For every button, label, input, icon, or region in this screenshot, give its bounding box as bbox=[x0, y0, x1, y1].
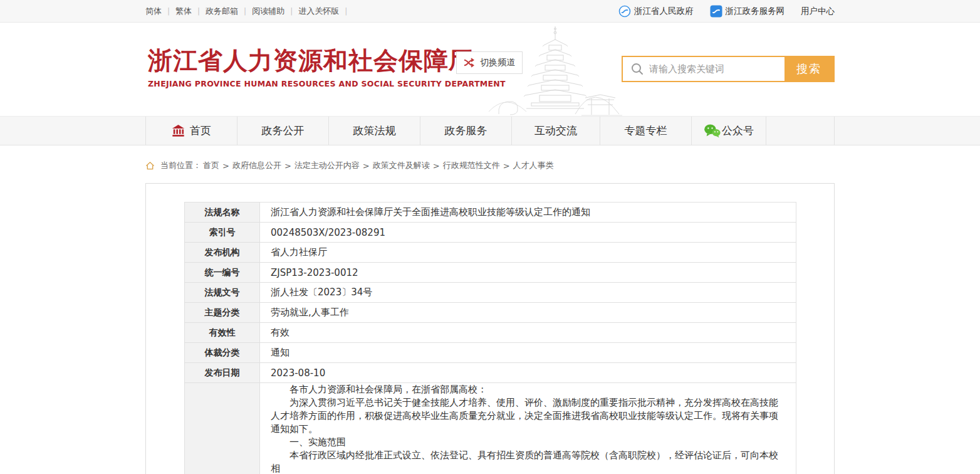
nav-item-policies-regulations[interactable]: 政策法规 bbox=[329, 117, 420, 145]
table-row: 有效性 有效 bbox=[185, 323, 796, 343]
nav-item-special-topics[interactable]: 专题专栏 bbox=[600, 117, 692, 145]
body-paragraph: 本省行政区域内经批准正式设立、依法登记、具有招生资质的普通高等院校（含高职院校）… bbox=[271, 449, 785, 474]
field-value: 2023-08-10 bbox=[260, 363, 796, 383]
nav-item-interaction[interactable]: 互动交流 bbox=[512, 117, 600, 145]
zhejiang-gov-circle-icon bbox=[618, 5, 631, 18]
switch-channel-button[interactable]: 切换频道 bbox=[456, 51, 523, 74]
site-logo[interactable]: 浙江省人力资源和社会保障厅 ZHEJIANG PROVINCE HUMAN RE… bbox=[148, 46, 506, 88]
shuffle-icon bbox=[464, 58, 476, 68]
field-value: 省人力社保厅 bbox=[260, 243, 796, 263]
crumb-policy-documents[interactable]: 政策文件及解读 bbox=[373, 160, 430, 171]
link-traditional[interactable]: 繁体 bbox=[175, 6, 192, 17]
field-label: 法规文号 bbox=[185, 283, 260, 303]
field-value: 通知 bbox=[260, 343, 796, 363]
nav-item-wechat-account[interactable]: 公众号 bbox=[692, 117, 766, 145]
site-title-chinese: 浙江省人力资源和社会保障厅 bbox=[148, 46, 506, 74]
body-paragraph: 为深入贯彻习近平总书记关于健全技能人才培养、使用、评价、激励制度的重要指示批示精… bbox=[271, 396, 785, 436]
field-label: 有效性 bbox=[185, 323, 260, 343]
field-label: 发布机构 bbox=[185, 243, 260, 263]
field-value: 有效 bbox=[260, 323, 796, 343]
table-row-body: 各市人力资源和社会保障局，在浙省部属高校： 为深入贯彻习近平总书记关于健全技能人… bbox=[185, 383, 796, 474]
field-value: 浙江省人力资源和社会保障厅关于全面推进高校职业技能等级认定工作的通知 bbox=[260, 203, 796, 223]
field-label: 发布日期 bbox=[185, 363, 260, 383]
document-body: 各市人力资源和社会保障局，在浙省部属高校： 为深入贯彻习近平总书记关于健全技能人… bbox=[260, 383, 796, 474]
search-box: 搜索 bbox=[622, 56, 835, 82]
top-links: 简体| 繁体| 政务邮箱| 阅读辅助| 进入关怀版| bbox=[145, 6, 353, 17]
table-row: 法规名称 浙江省人力资源和社会保障厅关于全面推进高校职业技能等级认定工作的通知 bbox=[185, 203, 796, 223]
link-user-center[interactable]: 用户中心 bbox=[801, 6, 835, 17]
crumb-info-disclosure[interactable]: 政府信息公开 bbox=[232, 160, 281, 171]
breadcrumb: 当前位置： 首页> 政府信息公开> 法定主动公开内容> 政策文件及解读> 行政规… bbox=[0, 160, 980, 171]
crumb-normative-documents[interactable]: 行政规范性文件 bbox=[443, 160, 500, 171]
government-building-icon bbox=[172, 124, 185, 137]
empty-label-cell bbox=[185, 383, 260, 474]
link-care-version[interactable]: 进入关怀版 bbox=[298, 6, 339, 17]
breadcrumb-prefix: 当前位置： bbox=[160, 160, 201, 171]
wechat-icon bbox=[704, 124, 721, 138]
link-reading-aid[interactable]: 阅读辅助 bbox=[252, 6, 284, 17]
field-label: 法规名称 bbox=[185, 203, 260, 223]
link-zhejiang-gov-portal[interactable]: 浙江省人民政府 bbox=[618, 5, 694, 18]
top-utility-bar: 简体| 繁体| 政务邮箱| 阅读辅助| 进入关怀版| 浙江省人民政府 浙江政务服… bbox=[0, 0, 980, 23]
field-label: 主题分类 bbox=[185, 303, 260, 323]
field-value: 00248503X/2023-08291 bbox=[260, 223, 796, 243]
table-row: 主题分类 劳动就业,人事工作 bbox=[185, 303, 796, 323]
search-button[interactable]: 搜索 bbox=[785, 57, 833, 81]
crumb-home[interactable]: 首页 bbox=[203, 160, 219, 171]
main-nav: 首页 政务公开 政策法规 政务服务 互动交流 专题专栏 公众号 bbox=[0, 116, 980, 145]
field-label: 统一编号 bbox=[185, 263, 260, 283]
home-icon bbox=[145, 161, 155, 170]
site-header: 浙江省人力资源和社会保障厅 ZHEJIANG PROVINCE HUMAN RE… bbox=[0, 23, 980, 116]
nav-item-gov-disclosure[interactable]: 政务公开 bbox=[237, 117, 329, 145]
nav-item-home[interactable]: 首页 bbox=[145, 117, 237, 145]
search-input[interactable] bbox=[649, 63, 785, 75]
link-simplified[interactable]: 简体 bbox=[145, 6, 162, 17]
nav-item-gov-services[interactable]: 政务服务 bbox=[420, 117, 512, 145]
table-row: 法规文号 浙人社发〔2023〕34号 bbox=[185, 283, 796, 303]
document-metadata-table: 法规名称 浙江省人力资源和社会保障厅关于全面推进高校职业技能等级认定工作的通知 … bbox=[184, 202, 796, 474]
document-panel: 法规名称 浙江省人力资源和社会保障厅关于全面推进高校职业技能等级认定工作的通知 … bbox=[145, 183, 835, 474]
table-row: 索引号 00248503X/2023-08291 bbox=[185, 223, 796, 243]
crumb-talent-personnel[interactable]: 人才人事类 bbox=[513, 160, 554, 171]
table-row: 统一编号 ZJSP13-2023-0012 bbox=[185, 263, 796, 283]
table-row: 发布机构 省人力社保厅 bbox=[185, 243, 796, 263]
field-value: 劳动就业,人事工作 bbox=[260, 303, 796, 323]
body-paragraph: 各市人力资源和社会保障局，在浙省部属高校： bbox=[271, 383, 785, 396]
site-title-english: ZHEJIANG PROVINCE HUMAN RESOURCES AND SO… bbox=[148, 79, 506, 88]
zhejiang-service-square-icon bbox=[710, 5, 722, 18]
link-gov-mail[interactable]: 政务邮箱 bbox=[206, 6, 238, 17]
nav-filler bbox=[766, 117, 835, 145]
field-value: 浙人社发〔2023〕34号 bbox=[260, 283, 796, 303]
crumb-statutory-disclosure[interactable]: 法定主动公开内容 bbox=[295, 160, 360, 171]
field-label: 体裁分类 bbox=[185, 343, 260, 363]
table-row: 发布日期 2023-08-10 bbox=[185, 363, 796, 383]
field-label: 索引号 bbox=[185, 223, 260, 243]
link-zhejiang-service-net[interactable]: 浙江政务服务网 bbox=[710, 5, 785, 18]
body-paragraph: 一、实施范围 bbox=[271, 436, 785, 449]
field-value: ZJSP13-2023-0012 bbox=[260, 263, 796, 283]
search-icon bbox=[623, 62, 649, 76]
table-row: 体裁分类 通知 bbox=[185, 343, 796, 363]
